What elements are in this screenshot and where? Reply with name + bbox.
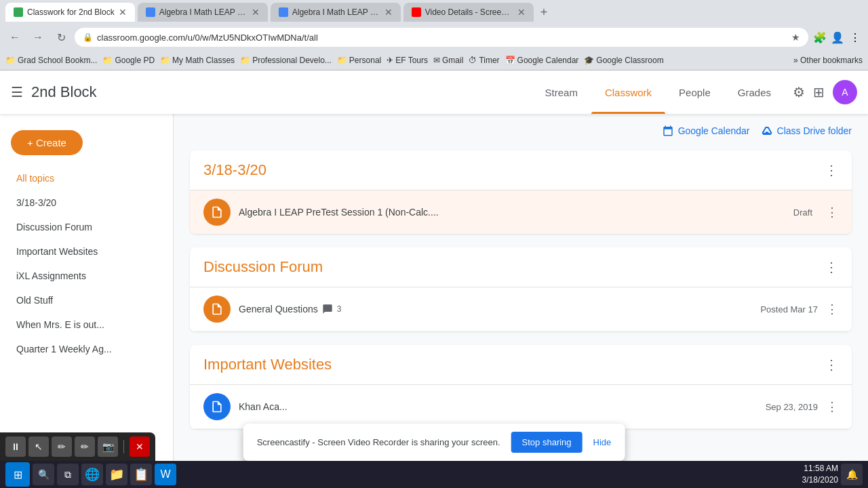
- nav-people[interactable]: People: [665, 70, 724, 114]
- bookmarks-bar: 📁 Grad School Bookm... 📁 Google PD 📁 My …: [0, 50, 868, 70]
- tab-title-3: Algebra I Math LEAP 2025 PreTe...: [292, 7, 380, 17]
- browser-toolbar-icons: 🧩 👤 ⋮: [812, 30, 863, 45]
- tab-title-1: Classwork for 2nd Block: [27, 7, 115, 17]
- bookmark-personal[interactable]: 📁 Personal: [337, 56, 381, 65]
- address-box[interactable]: 🔒 classroom.google.com/u/0/w/MzU5NDkxOTI…: [75, 28, 808, 47]
- nav-classwork[interactable]: Classwork: [591, 70, 665, 114]
- sidebar-item-all-topics[interactable]: All topics: [0, 166, 162, 190]
- taskbar-time: 11:58 AM 3/18/2020: [802, 463, 838, 486]
- nav-grades[interactable]: Grades: [724, 70, 785, 114]
- bookmark-calendar[interactable]: 📅 Google Calendar: [505, 56, 579, 65]
- google-calendar-link[interactable]: Google Calendar: [662, 125, 750, 137]
- question-item-general[interactable]: General Questions 3 Posted Mar 17 ⋮: [190, 287, 852, 331]
- sc-stop-btn[interactable]: ✕: [130, 436, 150, 457]
- website-menu-khan[interactable]: ⋮: [826, 399, 838, 414]
- sc-cursor-btn[interactable]: ↖: [28, 436, 49, 457]
- browser-tabs: Classwork for 2nd Block ✕ Algebra I Math…: [0, 0, 868, 24]
- topic-header-318: 3/18-3/20 ⋮: [190, 150, 852, 190]
- sidebar-item-318[interactable]: 3/18-3/20: [0, 190, 162, 215]
- sidebar-item-whenmrs[interactable]: When Mrs. E is out...: [0, 312, 162, 337]
- calendar-label: Google Calendar: [678, 125, 750, 136]
- top-actions: Google Calendar Class Drive folder: [190, 125, 852, 137]
- website-item-khan[interactable]: Khan Aca... Sep 23, 2019 ⋮: [190, 385, 852, 429]
- taskbar-search[interactable]: 🔍: [33, 464, 54, 485]
- tab-close-3[interactable]: ✕: [384, 7, 393, 18]
- tab-favicon-3: [279, 7, 288, 17]
- website-date-khan: Sep 23, 2019: [766, 402, 818, 412]
- bookmark-mymathclasses[interactable]: 📁 My Math Classes: [160, 56, 235, 65]
- tab-close-4[interactable]: ✕: [517, 7, 526, 18]
- sidebar-item-websites[interactable]: Important Websites: [0, 239, 162, 264]
- assignment-status-algebra: Draft: [793, 207, 812, 218]
- sidebar-item-ixl[interactable]: iXL Assignments: [0, 264, 162, 288]
- assignment-doc-icon: [210, 205, 224, 219]
- topic-menu-websites[interactable]: ⋮: [825, 357, 838, 373]
- bookmark-googleclassroom[interactable]: 🎓 Google Classroom: [584, 56, 663, 65]
- link-icon: [210, 400, 224, 413]
- question-menu-general[interactable]: ⋮: [826, 302, 838, 317]
- tab-algebra1[interactable]: Algebra I Math LEAP 2025 PreTe... ✕: [138, 3, 268, 22]
- extensions-icon[interactable]: 🧩: [812, 30, 827, 45]
- taskbar-chrome[interactable]: 🌐: [81, 464, 103, 485]
- bookmark-googlepd[interactable]: 📁 Google PD: [102, 56, 155, 65]
- taskbar-task-view[interactable]: ⧉: [57, 464, 79, 485]
- topic-menu-318[interactable]: ⋮: [825, 162, 838, 178]
- taskbar-explorer[interactable]: 📁: [106, 464, 127, 485]
- settings-icon[interactable]: ⚙: [793, 84, 805, 100]
- sidebar-item-discussion[interactable]: Discussion Forum: [0, 215, 162, 239]
- drive-label: Class Drive folder: [777, 125, 852, 136]
- user-avatar[interactable]: A: [833, 80, 857, 104]
- apps-icon[interactable]: ⊞: [813, 84, 825, 100]
- assignment-item-algebra[interactable]: Algebra I LEAP PreTest Session 1 (Non-Ca…: [190, 190, 852, 234]
- tab-close-1[interactable]: ✕: [119, 7, 127, 18]
- class-drive-link[interactable]: Class Drive folder: [761, 125, 852, 137]
- bookmark-gradschool[interactable]: 📁 Grad School Bookm...: [5, 56, 97, 65]
- bookmark-gmail[interactable]: ✉ Gmail: [433, 56, 463, 65]
- tab-favicon-4: [412, 7, 421, 17]
- sc-pen-btn[interactable]: ✏: [52, 436, 72, 457]
- profile-icon[interactable]: 👤: [830, 30, 845, 45]
- sc-camera-btn[interactable]: 📷: [98, 436, 118, 457]
- question-icon: [203, 296, 231, 323]
- notifications-btn[interactable]: 🔔: [841, 464, 863, 485]
- header-nav: Stream Classwork People Grades: [532, 70, 785, 114]
- screencast-banner: Screencastify - Screen Video Recorder is…: [243, 424, 625, 461]
- taskbar-app1[interactable]: 📋: [130, 464, 152, 485]
- question-mark-icon: [210, 302, 224, 316]
- app-header: ☰ 2nd Block Stream Classwork People Grad…: [0, 70, 868, 114]
- hide-banner-button[interactable]: Hide: [593, 437, 612, 447]
- assignment-menu-algebra[interactable]: ⋮: [826, 205, 838, 220]
- tab-algebra2[interactable]: Algebra I Math LEAP 2025 PreTe... ✕: [271, 3, 401, 22]
- comment-count: 3: [337, 304, 342, 314]
- website-title-khan: Khan Aca...: [239, 401, 757, 412]
- assignment-title-algebra: Algebra I LEAP PreTest Session 1 (Non-Ca…: [239, 207, 785, 218]
- create-button[interactable]: + Create: [11, 130, 83, 155]
- question-title-general: General Questions 3: [239, 304, 752, 314]
- sidebar-section: All topics 3/18-3/20 Discussion Forum Im…: [0, 166, 173, 361]
- tab-video[interactable]: Video Details - Screencastify ✕: [403, 3, 534, 22]
- sidebar-item-quarter[interactable]: Quarter 1 Weekly Ag...: [0, 337, 162, 361]
- bookmark-eftours[interactable]: ✈ EF Tours: [387, 56, 428, 65]
- calendar-icon: [662, 125, 674, 137]
- tab-classwork[interactable]: Classwork for 2nd Block ✕: [5, 3, 135, 22]
- new-tab-button[interactable]: +: [536, 5, 552, 20]
- more-options-icon[interactable]: ⋮: [848, 30, 863, 45]
- sc-divider: [123, 440, 124, 453]
- topic-header-websites: Important Websites ⋮: [190, 345, 852, 385]
- reload-button[interactable]: ↻: [52, 28, 71, 47]
- hamburger-menu[interactable]: ☰: [11, 84, 23, 100]
- forward-button[interactable]: →: [28, 28, 47, 47]
- start-button[interactable]: ⊞: [5, 462, 30, 487]
- stop-sharing-button[interactable]: Stop sharing: [511, 432, 583, 453]
- sidebar-item-oldstuff[interactable]: Old Stuff: [0, 288, 162, 312]
- topic-menu-discussion[interactable]: ⋮: [825, 259, 838, 275]
- sc-pause-btn[interactable]: ⏸: [5, 436, 26, 457]
- tab-close-2[interactable]: ✕: [252, 7, 260, 18]
- bookmarks-more[interactable]: » Other bookmarks: [793, 56, 863, 65]
- sc-highlight-btn[interactable]: ✏: [75, 436, 95, 457]
- back-button[interactable]: ←: [5, 28, 24, 47]
- nav-stream[interactable]: Stream: [532, 70, 591, 114]
- taskbar-app2[interactable]: W: [155, 464, 176, 485]
- bookmark-professional[interactable]: 📁 Professional Develo...: [240, 56, 332, 65]
- bookmark-timer[interactable]: ⏱ Timer: [469, 56, 499, 65]
